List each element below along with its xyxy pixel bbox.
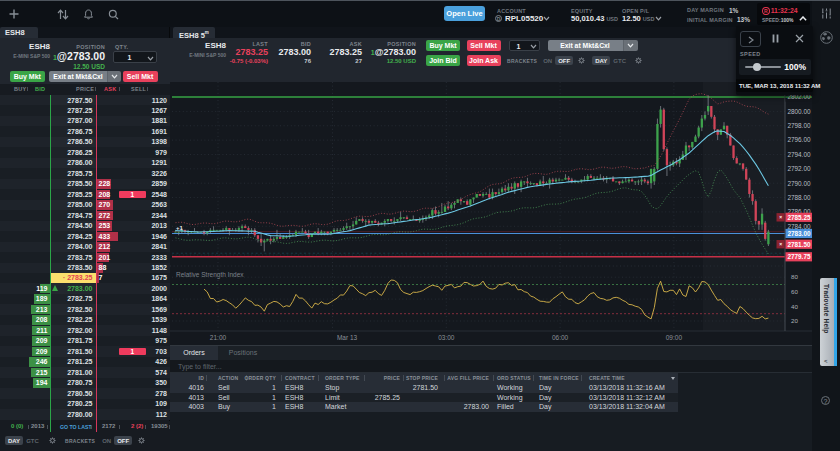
- ladder-price[interactable]: 2784.50: [51, 222, 93, 229]
- dom-exit-dropdown[interactable]: [107, 71, 121, 82]
- price-chart[interactable]: +1Relative Strength Index8060402021:00Ma…: [170, 82, 812, 345]
- bid-size[interactable]: 209: [0, 337, 48, 344]
- tab-orders[interactable]: Orders: [170, 346, 218, 360]
- ladder-row[interactable]: 2082785.2525481: [0, 189, 170, 200]
- ladder-price[interactable]: 2782.75: [51, 295, 93, 302]
- search-icon[interactable]: [108, 9, 119, 20]
- sell-volume[interactable]: 426: [96, 358, 167, 365]
- bid-size[interactable]: 208: [0, 316, 48, 323]
- pause-icon[interactable]: [772, 34, 779, 43]
- ladder-price[interactable]: 2780.00: [51, 411, 93, 418]
- bid-size[interactable]: 209: [0, 348, 48, 355]
- orders-col-header[interactable]: ORD STATUS: [497, 375, 531, 381]
- bid-size[interactable]: 119: [0, 285, 48, 292]
- replay-clock[interactable]: R11:32:24 SPEED:100%: [757, 3, 810, 25]
- ladder-row[interactable]: 2282785.502859: [0, 179, 170, 190]
- open-live-button[interactable]: Open Live: [444, 6, 485, 21]
- ladder-row[interactable]: 2780.50278: [0, 388, 170, 399]
- ladder-row[interactable]: 2152781.00574: [0, 367, 170, 378]
- dom-col-buy[interactable]: BUY: [14, 86, 27, 92]
- working-sell-order-badge[interactable]: 1: [119, 348, 146, 356]
- sell-volume[interactable]: 1691: [96, 128, 167, 135]
- chart-brackets-off[interactable]: OFF: [555, 56, 573, 65]
- sell-volume[interactable]: 1291: [96, 159, 167, 166]
- ladder-row[interactable]: 2122784.002841: [0, 242, 170, 253]
- ladder-price[interactable]: 2782.00: [51, 327, 93, 334]
- account-chevron-icon[interactable]: [543, 16, 550, 21]
- ladder-price[interactable]: 2785.25: [51, 191, 93, 198]
- ladder-row[interactable]: 2787.001881: [0, 116, 170, 127]
- ladder-row[interactable]: 2786.501398: [0, 137, 170, 148]
- sell-volume[interactable]: 1539: [96, 316, 167, 323]
- sell-volume[interactable]: 3226: [96, 170, 167, 177]
- ladder-row[interactable]: 2787.251267: [0, 105, 170, 116]
- ladder-row[interactable]: 2012783.752333: [0, 252, 170, 263]
- bid-size[interactable]: 194: [0, 379, 48, 386]
- ladder-price[interactable]: 2783.75: [51, 254, 93, 261]
- ladder-price[interactable]: 2780.75: [51, 379, 93, 386]
- sell-volume[interactable]: 975: [96, 337, 167, 344]
- ladder-price[interactable]: 2781.25: [51, 358, 93, 365]
- ladder-row[interactable]: 2092781.75975: [0, 336, 170, 347]
- chart-tab-esh8-5m[interactable]: ESH8 5m: [173, 27, 215, 38]
- tab-positions[interactable]: Positions: [214, 346, 272, 360]
- ladder-row[interactable]: 7· 2783.251675: [0, 273, 170, 284]
- dom-qty-select[interactable]: 1: [113, 51, 157, 63]
- sell-volume[interactable]: 2013: [96, 222, 167, 229]
- ladder-price[interactable]: 2781.00: [51, 369, 93, 376]
- dom-col-ask[interactable]: ASK: [104, 86, 117, 92]
- ladder-row[interactable]: 2785.753226: [0, 168, 170, 179]
- chart-qty-select[interactable]: 1: [509, 40, 540, 51]
- chart-brackets-gear-icon[interactable]: [577, 56, 586, 65]
- bid-size[interactable]: 215: [0, 369, 48, 376]
- dom-sell-mkt-button[interactable]: Sell Mkt: [123, 71, 158, 82]
- dom-tab-esh8[interactable]: ESH8: [0, 27, 38, 38]
- speed-collapse-chevron-icon[interactable]: [799, 16, 807, 22]
- bid-size[interactable]: 246: [0, 358, 48, 365]
- ladder-price[interactable]: 2781.50: [51, 348, 93, 355]
- bid-size[interactable]: 211: [0, 327, 48, 334]
- ladder-price[interactable]: 2787.50: [51, 97, 93, 104]
- ladder-price[interactable]: 2780.50: [51, 390, 93, 397]
- sell-volume[interactable]: 2859: [96, 180, 167, 187]
- orders-col-header[interactable]: TIME IN FORCE: [539, 375, 579, 381]
- order-row[interactable]: 4003Buy1ESH8Market2783.00FilledDay03/13/…: [170, 402, 678, 412]
- globe-news-icon[interactable]: [820, 31, 833, 44]
- sell-volume[interactable]: 1881: [96, 117, 167, 124]
- ladder-price[interactable]: 2785.75: [51, 170, 93, 177]
- ladder-price[interactable]: 2786.75: [51, 128, 93, 135]
- ladder-row[interactable]: 2786.001291: [0, 158, 170, 169]
- dom-col-bid[interactable]: BID: [35, 86, 45, 92]
- open-pl-chevron-icon[interactable]: [655, 16, 662, 21]
- chart-brackets-on[interactable]: ON: [540, 56, 555, 65]
- ladder-row[interactable]: 2112782.001148: [0, 325, 170, 336]
- ladder-price[interactable]: · 2783.25: [51, 274, 93, 281]
- ladder-row[interactable]: 2462781.25426: [0, 357, 170, 368]
- ladder-price[interactable]: 2782.25: [51, 316, 93, 323]
- help-question-icon[interactable]: ?: [821, 396, 830, 405]
- sell-volume[interactable]: 1946: [96, 233, 167, 240]
- ladder-price[interactable]: 2781.75: [51, 337, 93, 344]
- account-value[interactable]: RPL05520: [505, 14, 543, 23]
- sell-volume[interactable]: 2841: [96, 243, 167, 250]
- sell-volume[interactable]: 2333: [96, 254, 167, 261]
- sell-volume[interactable]: 1675: [96, 274, 167, 281]
- dom-day-toggle[interactable]: DAY: [5, 436, 23, 445]
- chart-exit-dropdown[interactable]: [623, 40, 638, 51]
- ladder-price[interactable]: 2786.25: [51, 149, 93, 156]
- ladder-row[interactable]: 2780.25109: [0, 399, 170, 410]
- chart-gtc-toggle[interactable]: GTC: [610, 56, 629, 65]
- ladder-price[interactable]: 2786.00: [51, 159, 93, 166]
- chart-day-toggle[interactable]: DAY: [592, 56, 610, 65]
- dom-col-sell[interactable]: SELL: [131, 86, 146, 92]
- ladder-price[interactable]: 2782.50: [51, 306, 93, 313]
- ladder-price[interactable]: 2787.25: [51, 107, 93, 114]
- ladder-price[interactable]: 2784.75: [51, 212, 93, 219]
- replay-close-icon[interactable]: [795, 34, 804, 43]
- ladder-row[interactable]: 2702785.002563: [0, 200, 170, 211]
- dom-exit-button[interactable]: Exit at Mkt&Cxl: [49, 71, 107, 82]
- ladder-row[interactable]: 1192783.002000: [0, 283, 170, 294]
- sell-volume[interactable]: 1852: [96, 264, 167, 271]
- ladder-price[interactable]: 2780.25: [51, 400, 93, 407]
- ladder-row[interactable]: 1892782.751864: [0, 294, 170, 305]
